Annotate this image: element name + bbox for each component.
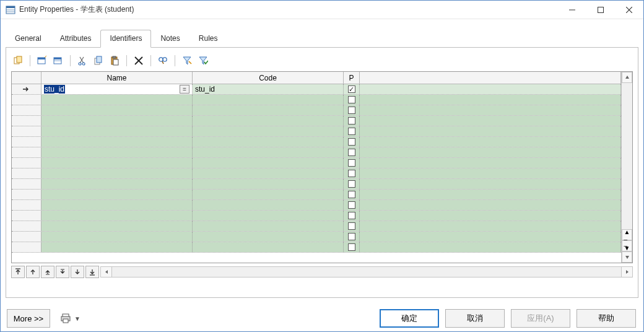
move-top-icon[interactable] (11, 266, 25, 278)
properties-icon[interactable] (11, 54, 25, 68)
p-checkbox[interactable] (348, 243, 355, 251)
grid-empty-row[interactable] (12, 179, 621, 190)
p-checkbox[interactable] (348, 117, 355, 124)
scroll-up-icon[interactable] (622, 72, 632, 83)
p-checkbox[interactable] (348, 191, 355, 198)
find-icon[interactable] (156, 54, 170, 68)
p-checkbox[interactable] (348, 138, 355, 146)
titlebar: Entity Properties - 学生表 (student) (1, 1, 643, 19)
p-checkbox[interactable] (348, 201, 355, 209)
ok-button[interactable]: 确定 (380, 309, 439, 328)
tab-identifiers[interactable]: Identifiers (100, 30, 151, 48)
grid-empty-row[interactable] (12, 232, 621, 242)
add-row-icon[interactable] (51, 54, 65, 68)
p-checkbox[interactable] (348, 107, 355, 114)
scroll-right-icon[interactable] (621, 267, 632, 277)
cancel-button[interactable]: 取消 (445, 309, 505, 328)
identifiers-panel: Name Code P stu_id = (6, 48, 638, 298)
move-up-icon[interactable] (26, 266, 40, 278)
filter-check-icon[interactable] (196, 54, 210, 68)
grid-empty-row[interactable] (12, 242, 621, 253)
grid-empty-row[interactable] (12, 168, 621, 179)
p-checkbox[interactable] (348, 128, 355, 135)
scroll-track[interactable] (622, 83, 632, 229)
move-bottom-icon[interactable] (85, 266, 99, 278)
copy-icon[interactable] (92, 54, 105, 68)
horizontal-scrollbar[interactable] (100, 266, 633, 277)
p-checkbox[interactable] (348, 212, 355, 219)
svg-rect-11 (38, 58, 45, 59)
p-checkbox[interactable] (348, 233, 355, 240)
tab-attributes[interactable]: Attributes (51, 30, 101, 48)
row-indicator[interactable] (12, 84, 41, 94)
grid-empty-row[interactable] (12, 158, 621, 168)
move-down-one-icon[interactable] (56, 266, 69, 278)
grid-empty-row[interactable] (12, 147, 621, 158)
grid-empty-row[interactable] (12, 105, 621, 116)
col-header-p[interactable]: P (344, 72, 360, 84)
svg-rect-19 (97, 56, 102, 63)
svg-rect-5 (598, 7, 604, 13)
cell-name[interactable]: stu_id = (41, 84, 193, 94)
cell-code-value: stu_id (195, 85, 215, 94)
p-checkbox[interactable] (348, 149, 355, 156)
apply-button[interactable]: 应用(A) (511, 309, 570, 328)
p-checkbox[interactable] (348, 180, 355, 188)
print-menu-button[interactable]: ▼ (60, 310, 81, 327)
delete-icon[interactable] (132, 54, 146, 68)
col-header-code[interactable]: Code (193, 72, 344, 84)
close-button[interactable] (615, 1, 643, 19)
tab-general[interactable]: General (6, 30, 51, 48)
scroll-line-down-icon[interactable]: _▼ (622, 240, 632, 251)
grid-empty-row[interactable] (12, 190, 621, 200)
help-button[interactable]: 帮助 (577, 309, 636, 328)
grid-body[interactable]: stu_id = stu_id (12, 84, 621, 263)
svg-rect-34 (63, 319, 68, 323)
grid-empty-row[interactable] (12, 211, 621, 221)
move-down-icon[interactable] (71, 266, 84, 278)
filter-icon[interactable] (180, 54, 194, 68)
cell-p[interactable] (344, 84, 360, 94)
p-checkbox[interactable] (348, 85, 355, 93)
tab-rules[interactable]: Rules (189, 30, 227, 48)
grid-header-row: Name Code P (12, 72, 621, 84)
p-checkbox[interactable] (348, 96, 355, 103)
cut-icon[interactable] (76, 54, 89, 68)
scroll-left-icon[interactable] (101, 267, 112, 277)
cell-code[interactable]: stu_id (193, 84, 344, 94)
grid-empty-row[interactable] (12, 126, 621, 137)
svg-rect-9 (17, 56, 22, 63)
vertical-scrollbar[interactable]: ▲_ _▼ (621, 72, 632, 263)
equals-button[interactable]: = (180, 85, 189, 94)
scroll-down-icon[interactable] (622, 251, 632, 263)
more-button[interactable]: More >> (7, 309, 50, 328)
cell-rest (360, 84, 621, 94)
maximize-button[interactable] (586, 1, 615, 19)
grid-empty-row[interactable] (12, 116, 621, 126)
grid-data-row[interactable]: stu_id = stu_id (12, 84, 621, 95)
grid-empty-row[interactable] (12, 221, 621, 232)
grid-empty-row[interactable] (12, 95, 621, 105)
svg-rect-22 (113, 59, 118, 65)
identifiers-grid: Name Code P stu_id = (11, 71, 633, 263)
col-header-name[interactable]: Name (41, 72, 193, 84)
p-checkbox[interactable] (348, 159, 355, 167)
minimize-button[interactable] (558, 1, 586, 19)
paste-icon[interactable] (108, 54, 121, 68)
svg-point-16 (79, 63, 81, 65)
grid-corner[interactable] (12, 72, 41, 84)
current-row-arrow-icon (22, 86, 31, 92)
move-up-one-icon[interactable] (41, 266, 54, 278)
printer-icon (61, 313, 72, 323)
entity-icon (6, 5, 15, 15)
scroll-line-up-icon[interactable]: ▲_ (622, 229, 632, 240)
insert-row-icon[interactable] (35, 54, 49, 68)
p-checkbox[interactable] (348, 170, 355, 177)
separator (175, 55, 175, 66)
grid-empty-row[interactable] (12, 137, 621, 147)
grid-empty-row[interactable] (12, 200, 621, 211)
separator (30, 55, 30, 66)
tab-notes[interactable]: Notes (151, 30, 189, 48)
p-checkbox[interactable] (348, 222, 355, 230)
dialog-button-bar: More >> ▼ 确定 取消 应用(A) 帮助 (1, 303, 643, 332)
